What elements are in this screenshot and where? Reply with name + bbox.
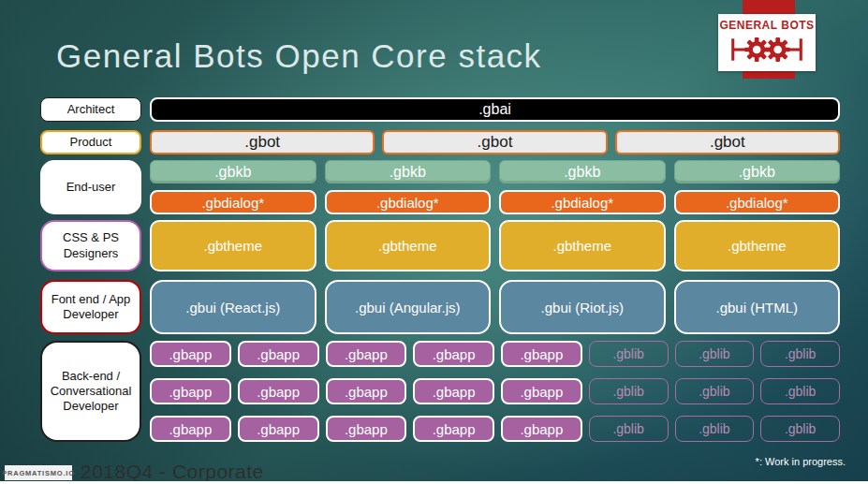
node-gbkb: .gbkb (499, 160, 666, 183)
node-gblib: .gblib (675, 378, 755, 404)
node-gbot: .gbot (150, 130, 375, 154)
node-gbui-react: .gbui (React.js) (150, 280, 316, 334)
role-label-text: Back-end / Conversational Developer (48, 369, 134, 415)
node-gbapp: .gbapp (326, 378, 407, 404)
role-label-text: Product (70, 135, 112, 150)
node-gbot: .gbot (615, 130, 840, 154)
node-gbkb: .gbkb (325, 160, 492, 183)
node-gbapp: .gbapp (413, 416, 494, 442)
node-gbapp: .gbapp (150, 378, 231, 404)
role-label-text: CSS & PS Designers (48, 230, 134, 261)
role-label-css-ps-designers: CSS & PS Designers (40, 220, 141, 271)
node-gblib: .gblib (589, 341, 669, 367)
node-gbui-html: .gbui (HTML) (674, 280, 841, 334)
role-label-end-user: End-user (40, 160, 141, 214)
row-gbkb: .gbkb .gbkb .gbkb .gbkb (150, 160, 840, 183)
row-gbapp-gblib-1: .gbapp .gbapp .gbapp .gbapp .gbapp .gbli… (150, 341, 840, 367)
node-gbapp: .gbapp (326, 341, 407, 367)
row-gbai: .gbai (150, 97, 840, 122)
node-gbdialog: .gbdialog* (150, 190, 316, 214)
node-gbdialog: .gbdialog* (499, 190, 666, 214)
slide: General Bots Open Core stack GENERAL BOT… (0, 0, 868, 484)
node-gbtheme: .gbtheme (150, 220, 316, 271)
node-gbapp: .gbapp (326, 416, 407, 442)
work-in-progress-note: *: Work in progress. (756, 456, 846, 467)
node-gblib: .gblib (589, 378, 669, 404)
role-label-backend-conversational-developer: Back-end / Conversational Developer (40, 341, 141, 442)
node-gblib: .gblib (675, 416, 755, 442)
footer-edition-label: 2018Q4 - Corporate (81, 461, 264, 483)
node-gblib: .gblib (760, 378, 840, 404)
role-label-frontend-app-developer: Font end / App Developer (40, 280, 141, 334)
node-gblib: .gblib (760, 416, 840, 442)
role-label-text: Font end / App Developer (48, 292, 134, 323)
row-gbdialog: .gbdialog* .gbdialog* .gbdialog* .gbdial… (150, 190, 840, 214)
row-gbot: .gbot .gbot .gbot (150, 130, 840, 154)
node-gbui-angular: .gbui (Angular.js) (325, 280, 492, 334)
node-gbapp: .gbapp (413, 378, 494, 404)
role-label-architect: Architect (40, 97, 141, 122)
node-gbtheme: .gbtheme (325, 220, 492, 271)
node-gbdialog: .gbdialog* (325, 190, 492, 214)
node-gbui-riot: .gbui (Riot.js) (499, 280, 666, 334)
role-label-text: Architect (67, 102, 115, 117)
node-gbtheme: .gbtheme (499, 220, 666, 271)
row-gbapp-gblib-3: .gbapp .gbapp .gbapp .gbapp .gbapp .gbli… (150, 416, 840, 442)
node-gbapp: .gbapp (501, 416, 582, 442)
node-gbai: .gbai (150, 97, 840, 122)
node-gbkb: .gbkb (150, 160, 316, 183)
node-gblib: .gblib (589, 416, 669, 442)
node-gbapp: .gbapp (238, 341, 319, 367)
node-gbapp: .gbapp (150, 416, 231, 442)
node-gbapp: .gbapp (238, 378, 319, 404)
pragmatismo-brand-badge: PRAGMATISMO.IO (5, 465, 72, 480)
node-gbdialog: .gbdialog* (674, 190, 841, 214)
node-gbapp: .gbapp (150, 341, 231, 367)
row-gbapp-gblib-2: .gbapp .gbapp .gbapp .gbapp .gbapp .gbli… (150, 378, 840, 404)
gears-icon (724, 33, 810, 66)
role-label-product: Product (40, 130, 141, 154)
node-gbot: .gbot (382, 130, 607, 154)
node-gbapp: .gbapp (413, 341, 494, 367)
logo-text: GENERAL BOTS (719, 19, 814, 32)
node-gbkb: .gbkb (674, 160, 841, 183)
node-gbapp: .gbapp (501, 378, 582, 404)
node-gbapp: .gbapp (501, 341, 582, 367)
node-gblib: .gblib (760, 341, 840, 367)
row-gbui: .gbui (React.js) .gbui (Angular.js) .gbu… (150, 280, 840, 334)
row-gbtheme: .gbtheme .gbtheme .gbtheme .gbtheme (150, 220, 840, 271)
general-bots-logo: GENERAL BOTS (718, 14, 816, 71)
node-gblib: .gblib (675, 341, 755, 367)
role-label-text: End-user (66, 180, 116, 195)
page-title: General Bots Open Core stack (56, 37, 542, 75)
node-gbtheme: .gbtheme (674, 220, 841, 271)
node-gbapp: .gbapp (238, 416, 319, 442)
